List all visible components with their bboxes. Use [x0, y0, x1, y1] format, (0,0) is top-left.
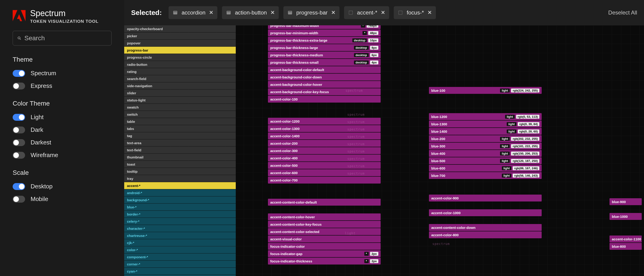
- token-node-blue-800[interactable]: blue-800: [610, 243, 642, 250]
- list-row-tooltip[interactable]: tooltip: [124, 168, 236, 175]
- list-row-toast[interactable]: toast: [124, 161, 236, 168]
- search-box[interactable]: [13, 31, 112, 46]
- deselect-all-link[interactable]: Deselect All: [608, 10, 637, 16]
- token-node-blue-600[interactable]: blue-600lightrgb(89, 167, 246): [429, 165, 542, 172]
- token-node-progress-bar-thickness-small[interactable]: progress-bar-thickness-smalldesktop4px: [268, 59, 381, 66]
- token-node-blue-1200[interactable]: blue-1200lightrgb(0, 53, 113): [429, 113, 542, 120]
- list-row-chartreuse-star[interactable]: chartreuse-*: [124, 232, 236, 239]
- list-row-picker[interactable]: picker: [124, 32, 236, 39]
- token-node-accent-background-color-key-focus[interactable]: accent-background-color-key-focus: [268, 88, 381, 95]
- filter-chip-accent-star[interactable]: accent-*✕: [344, 6, 389, 19]
- list-row-celery-star[interactable]: celery-*: [124, 218, 236, 225]
- list-row-progress-circle[interactable]: progress-circle: [124, 54, 236, 61]
- chip-close-icon[interactable]: ✕: [270, 10, 274, 16]
- list-row-cjk-star[interactable]: cjk-*: [124, 239, 236, 246]
- token-node-accent-content-color-key-focus[interactable]: accent-content-color-key-focus: [268, 221, 381, 228]
- list-row-tabs[interactable]: tabs: [124, 125, 236, 132]
- list-row-opacity-checkerboard[interactable]: opacity-checkerboard: [124, 25, 236, 32]
- list-row-corner-star[interactable]: corner-*: [124, 260, 236, 268]
- list-row-color-star[interactable]: color-*: [124, 246, 236, 253]
- token-node-focus-indicator-thickness[interactable]: focus-indicator-thickness*2px: [268, 258, 381, 264]
- chip-close-icon[interactable]: ✕: [331, 10, 335, 16]
- token-node-blue-1000[interactable]: blue-1000: [610, 213, 642, 220]
- list-row-slider[interactable]: slider: [124, 90, 236, 96]
- toggle-switch[interactable]: [13, 70, 25, 77]
- list-row-popover[interactable]: popover: [124, 40, 236, 46]
- token-node-focus-indicator-color[interactable]: focus-indicator-color: [268, 243, 381, 250]
- filter-chip-action-button[interactable]: action-button✕: [222, 6, 279, 19]
- graph-canvas[interactable]: opacity-checkerboardpickerpopoverprogres…: [124, 25, 644, 276]
- list-row-component-star[interactable]: component-*: [124, 254, 236, 260]
- token-node-progress-bar-thickness-medium[interactable]: progress-bar-thickness-mediumdesktop6px: [268, 52, 381, 58]
- toggle-spectrum[interactable]: Spectrum: [13, 70, 112, 77]
- list-row-search-field[interactable]: search-field: [124, 75, 236, 82]
- filter-chip-accordion[interactable]: accordion✕: [168, 6, 217, 19]
- token-node-progress-bar-maximum-width[interactable]: progress-bar-maximum-width*768px: [268, 25, 381, 29]
- list-row-progress-bar[interactable]: progress-bar: [124, 47, 236, 54]
- list-row-default-star[interactable]: default-*: [124, 275, 236, 276]
- list-row-thumbnail[interactable]: thumbnail: [124, 154, 236, 160]
- toggle-switch[interactable]: [13, 196, 25, 203]
- toggle-desktop[interactable]: Desktop: [13, 183, 112, 190]
- token-node-accent-background-color-hover[interactable]: accent-background-color-hover: [268, 81, 381, 88]
- token-node-blue-1300[interactable]: blue-1300lightrgb(0, 39, 84): [429, 120, 542, 128]
- list-row-accent-star[interactable]: accent-*: [124, 182, 236, 189]
- list-row-blue-star[interactable]: blue-*: [124, 204, 236, 210]
- toggle-switch[interactable]: [13, 152, 25, 159]
- token-node-blue-300[interactable]: blue-300lightrgb(181, 222, 255): [429, 142, 542, 150]
- toggle-light[interactable]: Light: [13, 114, 112, 121]
- search-input[interactable]: [24, 34, 107, 42]
- list-row-side-navigation[interactable]: side-navigation: [124, 82, 236, 89]
- token-node-accent-color-100[interactable]: accent-color-100: [268, 96, 381, 102]
- token-node-accent-content-color-default[interactable]: accent-content-color-default: [268, 199, 381, 206]
- list-row-tray[interactable]: tray: [124, 175, 236, 182]
- list-row-text-area[interactable]: text-area: [124, 140, 236, 146]
- toggle-express[interactable]: Express: [13, 82, 112, 90]
- token-node-accent-background-color-down[interactable]: accent-background-color-down: [268, 74, 381, 80]
- token-node-blue-700[interactable]: blue-700lightrgb(56, 146, 243): [429, 172, 542, 179]
- toggle-darkest[interactable]: Darkest: [13, 139, 112, 146]
- toggle-wireframe[interactable]: Wireframe: [13, 152, 112, 159]
- filter-chip-progress-bar[interactable]: progress-bar✕: [283, 6, 340, 19]
- token-node-blue-900[interactable]: blue-900: [610, 198, 642, 205]
- list-row-cyan-star[interactable]: cyan-*: [124, 268, 236, 274]
- token-node-blue-400[interactable]: blue-400lightrgb(150, 206, 253): [429, 150, 542, 157]
- list-row-status-light[interactable]: status-light: [124, 96, 236, 104]
- toggle-switch[interactable]: [13, 82, 25, 90]
- list-row-text-field[interactable]: text-field: [124, 146, 236, 154]
- list-row-character-star[interactable]: character-*: [124, 225, 236, 232]
- toggle-switch[interactable]: [13, 139, 25, 146]
- chip-close-icon[interactable]: ✕: [381, 10, 385, 16]
- list-row-swatch[interactable]: swatch: [124, 104, 236, 111]
- toggle-switch[interactable]: [13, 114, 25, 121]
- token-node-blue-1400[interactable]: blue-1400lightrgb(0, 28, 60): [429, 128, 542, 135]
- token-node-accent-visual-color[interactable]: accent-visual-color: [268, 236, 381, 242]
- token-node-accent-content-color-selected[interactable]: accent-content-color-selected: [268, 228, 381, 235]
- list-row-background-star[interactable]: background-*: [124, 196, 236, 203]
- token-node-focus-indicator-gap[interactable]: focus-indicator-gap*2px: [268, 250, 381, 257]
- token-node-progress-bar-minimum-width[interactable]: progress-bar-minimum-width*48px: [268, 30, 381, 36]
- token-node-blue-100[interactable]: blue-100lightrgb(224, 242, 255): [429, 87, 542, 94]
- chip-close-icon[interactable]: ✕: [209, 10, 213, 16]
- token-node-progress-bar-thickness-large[interactable]: progress-bar-thickness-largedesktop8px: [268, 44, 381, 51]
- list-row-radio-button[interactable]: radio-button: [124, 61, 236, 68]
- list-row-android-star[interactable]: android-*: [124, 189, 236, 196]
- list-row-rating[interactable]: rating: [124, 68, 236, 75]
- toggle-switch[interactable]: [13, 183, 25, 190]
- toggle-mobile[interactable]: Mobile: [13, 196, 112, 203]
- token-node-blue-200[interactable]: blue-200lightrgb(202, 232, 255): [429, 135, 542, 142]
- token-node-accent-color-1100[interactable]: accent-color-1100: [610, 236, 642, 242]
- token-node-progress-bar-thickness-extra-large[interactable]: progress-bar-thickness-extra-largedeskto…: [268, 37, 381, 44]
- toggle-dark[interactable]: Dark: [13, 126, 112, 134]
- list-row-border-star[interactable]: border-*: [124, 211, 236, 218]
- token-node-accent-content-color-down[interactable]: accent-content-color-down: [429, 224, 542, 231]
- filter-chip-focus-star[interactable]: focus-*✕: [394, 6, 436, 19]
- token-node-accent-background-color-default[interactable]: accent-background-color-default: [268, 66, 381, 73]
- toggle-switch[interactable]: [13, 126, 25, 134]
- token-node-accent-content-color-hover[interactable]: accent-content-color-hover: [268, 214, 381, 220]
- list-row-tag[interactable]: tag: [124, 132, 236, 139]
- chip-close-icon[interactable]: ✕: [428, 10, 432, 16]
- list-row-table[interactable]: table: [124, 118, 236, 125]
- list-row-switch[interactable]: switch: [124, 111, 236, 118]
- token-node-blue-500[interactable]: blue-500lightrgb(120, 187, 250): [429, 157, 542, 164]
